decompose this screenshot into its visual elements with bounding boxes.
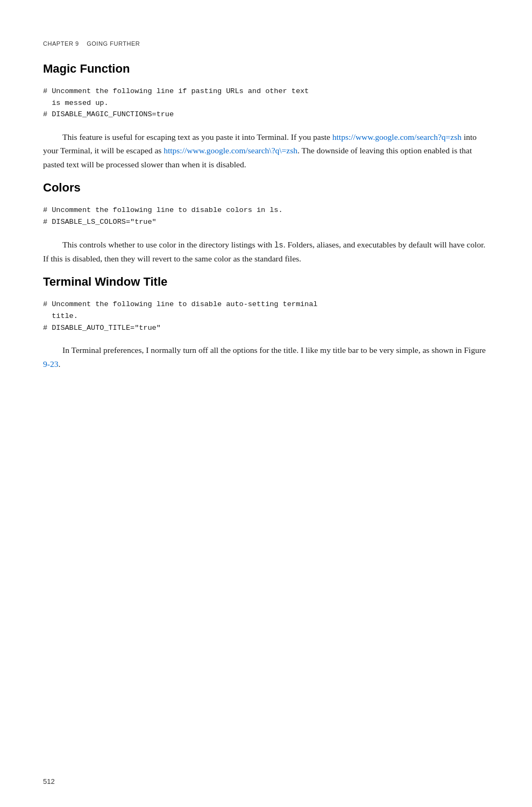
code-block-colors: # Uncomment the following line to disabl… (43, 204, 489, 228)
chapter-label: CHAPTER 9 (43, 40, 79, 47)
chapter-header: CHAPTER 9 GOING FURTHER (43, 40, 489, 47)
code-block-magic-function: # Uncomment the following line if pastin… (43, 86, 489, 121)
section-magic-function: Magic Function # Uncomment the following… (43, 62, 489, 171)
inline-code-ls: ls (274, 241, 283, 250)
code-block-terminal-title: # Uncomment the following line to disabl… (43, 299, 489, 334)
colors-paragraph: This controls whether to use color in th… (43, 238, 489, 266)
section-terminal-window-title: Terminal Window Title # Uncomment the fo… (43, 275, 489, 371)
link-google-search-1[interactable]: https://www.google.com/search?q=zsh (332, 132, 462, 141)
section-title-magic-function: Magic Function (43, 62, 489, 76)
section-title-terminal-window-title: Terminal Window Title (43, 275, 489, 289)
section-colors: Colors # Uncomment the following line to… (43, 181, 489, 265)
section-title-colors: Colors (43, 181, 489, 195)
magic-function-paragraph: This feature is useful for escaping text… (43, 130, 489, 172)
terminal-title-paragraph: In Terminal preferences, I normally turn… (43, 343, 489, 371)
page: CHAPTER 9 GOING FURTHER Magic Function #… (0, 0, 532, 807)
link-google-search-escaped[interactable]: https://www.google.com/search\?q\=zsh (164, 146, 297, 155)
link-figure-9-23[interactable]: 9-23 (43, 359, 58, 369)
chapter-section: GOING FURTHER (87, 40, 140, 47)
page-number: 512 (43, 777, 55, 785)
